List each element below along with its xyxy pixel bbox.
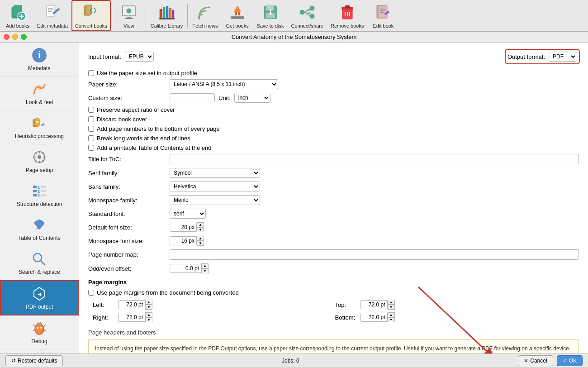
custom-size-input[interactable] <box>170 93 215 102</box>
svg-point-30 <box>300 10 304 14</box>
sidebar-item-look-feel[interactable]: Look & feel <box>0 76 79 110</box>
margin-left-input[interactable] <box>118 300 145 309</box>
mono-font-size-down[interactable]: ▼ <box>197 241 204 246</box>
toolbar-edit-metadata[interactable]: Edit metadata <box>33 0 71 31</box>
toolbar-fetch-news[interactable]: Fetch news <box>189 0 221 31</box>
ok-button[interactable]: ✓ OK <box>557 355 583 366</box>
add-toc-row: Add a printable Table of Contents at the… <box>88 144 579 151</box>
margin-bottom-input[interactable] <box>360 313 388 322</box>
svg-point-74 <box>37 327 38 329</box>
margin-top-input[interactable] <box>360 300 388 309</box>
mono-font-size-spinbox: ▲ ▼ <box>170 236 204 246</box>
toolbar-view[interactable]: View <box>113 0 145 31</box>
toolbar-calibre-library[interactable]: Calibre Library <box>147 0 187 31</box>
margin-bottom-down[interactable]: ▼ <box>388 317 395 322</box>
toolbar-save-to-disk[interactable]: Save to disk <box>253 0 288 31</box>
discard-cover-label: Discard book cover <box>97 116 147 123</box>
odd-even-offset-down[interactable]: ▼ <box>201 268 209 273</box>
sidebar-item-metadata[interactable]: i Metadata <box>0 43 79 76</box>
toolbar-remove-books[interactable]: Remove books <box>327 0 367 31</box>
serif-family-select[interactable]: Symbol Times New Roman Georgia <box>170 168 260 178</box>
tooltip-area: Instead of using the paper size specifie… <box>88 339 579 354</box>
margin-right-down[interactable]: ▼ <box>145 317 152 322</box>
toolbar-get-books[interactable]: Get books <box>222 0 253 31</box>
search-replace-icon <box>31 251 47 267</box>
toolbar-edit-metadata-label: Edit metadata <box>37 23 68 29</box>
minimize-button[interactable] <box>12 34 18 40</box>
sidebar-look-feel-label: Look & feel <box>26 99 53 105</box>
odd-even-offset-up[interactable]: ▲ <box>201 263 209 268</box>
add-page-numbers-row: Add page numbers to the bottom of every … <box>88 125 579 132</box>
add-toc-checkbox[interactable] <box>88 145 94 151</box>
maximize-button[interactable] <box>21 34 27 40</box>
toolbar: Add books Edit metadata C <box>0 0 588 32</box>
remove-books-icon <box>338 3 356 21</box>
margin-left-up[interactable]: ▲ <box>145 300 152 305</box>
preserve-aspect-checkbox[interactable] <box>88 107 94 113</box>
toolbar-connect-share[interactable]: Connect/share <box>288 0 327 31</box>
toolbar-convert-books[interactable]: Convert books <box>71 0 111 31</box>
titlebar: Convert Anatomy of the Somatosensory Sys… <box>0 32 588 43</box>
jobs-label-section: Jobs: 0 <box>282 358 299 364</box>
odd-even-offset-label: Odd/even offset: <box>88 265 170 272</box>
use-paper-size-checkbox[interactable] <box>88 70 94 76</box>
sidebar-item-heuristic[interactable]: Heuristic processing <box>0 110 79 144</box>
svg-rect-13 <box>127 17 131 18</box>
input-format-select[interactable]: EPUB MOBI AZW3 PDF <box>125 52 154 62</box>
toolbar-add-books[interactable]: Add books <box>2 0 33 31</box>
discard-cover-checkbox[interactable] <box>88 116 94 122</box>
view-icon <box>120 3 138 21</box>
default-font-size-up[interactable]: ▲ <box>197 222 204 227</box>
mono-family-select[interactable]: Menlo Courier Monaco <box>170 195 260 205</box>
preserve-aspect-row: Preserve aspect ratio of cover <box>88 106 579 113</box>
mono-font-size-input[interactable] <box>170 236 197 245</box>
output-format-select[interactable]: PDF EPUB MOBI <box>549 52 577 62</box>
svg-line-77 <box>44 325 46 326</box>
title-toc-input[interactable] <box>170 154 579 164</box>
default-font-size-label: Default font size: <box>88 224 170 231</box>
bottombar: ↺ Restore defaults Jobs: 0 ✕ Cancel ✓ OK <box>0 354 588 367</box>
page-number-map-input[interactable] <box>170 249 579 260</box>
margin-right-up[interactable]: ▲ <box>145 312 152 317</box>
sidebar-item-structure[interactable]: 1 2 3 Structure detection <box>0 178 79 212</box>
edit-book-icon <box>374 3 392 21</box>
odd-even-offset-input[interactable] <box>170 264 201 273</box>
calibre-library-icon <box>158 3 176 21</box>
svg-text:◀: ◀ <box>38 292 42 296</box>
sidebar-item-search-replace[interactable]: Search & replace <box>0 246 79 280</box>
default-font-size-input[interactable] <box>170 223 197 232</box>
sidebar: i Metadata Look & feel <box>0 43 79 354</box>
mono-font-size-spinners: ▲ ▼ <box>197 236 204 246</box>
sidebar-item-toc[interactable]: Table of Contents <box>0 212 79 246</box>
sans-family-select[interactable]: Helvetica Arial Verdana <box>170 182 260 191</box>
sidebar-item-pdf-output[interactable]: ◀ PDF output <box>0 280 79 315</box>
margin-right-input[interactable] <box>118 313 145 322</box>
cancel-button[interactable]: ✕ Cancel <box>518 355 553 366</box>
paper-size-select[interactable]: Letter / ANSI A (8.5 x 11 inch) A4 A5 Le… <box>170 79 278 89</box>
break-long-words-checkbox[interactable] <box>88 135 94 141</box>
mono-family-row: Monospace family: Menlo Courier Monaco <box>88 195 579 205</box>
toolbar-remove-books-label: Remove books <box>331 23 364 29</box>
toc-icon <box>31 217 47 233</box>
margin-top-down[interactable]: ▼ <box>388 305 395 310</box>
save-to-disk-icon <box>261 3 280 21</box>
restore-defaults-button[interactable]: ↺ Restore defaults <box>5 355 63 366</box>
sidebar-item-debug[interactable]: Debug <box>0 315 79 349</box>
toolbar-edit-book[interactable]: Edit book <box>367 0 399 31</box>
svg-point-75 <box>40 327 42 329</box>
margin-bottom-up[interactable]: ▲ <box>388 312 395 317</box>
margin-left-down[interactable]: ▼ <box>145 305 152 310</box>
close-button[interactable] <box>4 34 9 40</box>
sidebar-item-page-setup[interactable]: Page setup <box>0 144 79 178</box>
unit-select[interactable]: inch mm cm pt <box>234 93 270 103</box>
margin-top-up[interactable]: ▲ <box>388 300 395 305</box>
add-page-numbers-checkbox[interactable] <box>88 126 94 132</box>
svg-point-21 <box>198 17 200 19</box>
default-font-size-down[interactable]: ▼ <box>197 227 204 232</box>
use-margins-checkbox[interactable] <box>88 290 94 296</box>
mono-font-size-up[interactable]: ▲ <box>197 236 204 241</box>
std-font-select[interactable]: serif sans-serif monospace <box>170 209 206 219</box>
svg-point-12 <box>127 9 131 13</box>
serif-family-label: Serif family: <box>88 170 170 177</box>
odd-even-offset-spinners: ▲ ▼ <box>201 263 209 273</box>
